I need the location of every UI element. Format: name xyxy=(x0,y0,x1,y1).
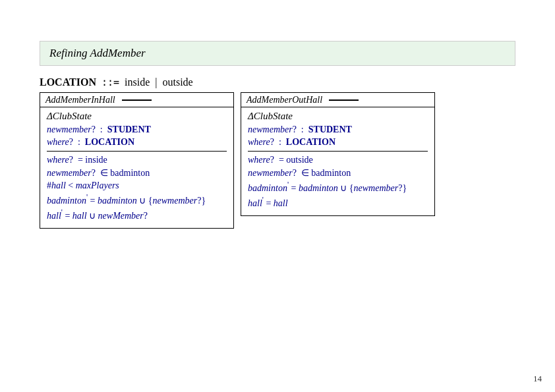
schema-right-pred-where: where? = outside xyxy=(248,155,428,165)
header-bar: Refining AddMember xyxy=(40,41,515,66)
schema-left-pred-hall-update: hall' = hall ∪ newMember? xyxy=(47,208,227,221)
schema-add-member-in-hall: AddMemberInHall ΔClubState newmember? : … xyxy=(40,92,234,229)
page-number: 14 xyxy=(533,374,542,384)
schema-left-field-where: where? : LOCATION xyxy=(47,137,227,148)
schema-right-field-where: where? : LOCATION xyxy=(248,137,428,148)
schema-left-delta: ΔClubState xyxy=(47,111,227,122)
schema-right-title: AddMemberOutHall xyxy=(241,93,434,107)
location-definition: LOCATION ::= inside | outside xyxy=(40,76,193,88)
schema-right-delta: ΔClubState xyxy=(248,111,428,122)
schema-left-pred-newmember-badminton: newmember? ∈ badminton xyxy=(47,167,227,179)
schema-left-pred-where: where? = inside xyxy=(47,155,227,165)
schema-right-field-newmember: newmember? : STUDENT xyxy=(248,125,428,135)
header-prefix: Refining xyxy=(49,47,88,59)
schema-left-pred-badminton-update: badminton' = badminton ∪ {newmember?} xyxy=(47,193,227,206)
schema-right-pred-badminton-update: badminton' = badminton ∪ {newmember?} xyxy=(248,181,428,194)
schema-left-title: AddMemberInHall xyxy=(40,93,233,107)
schema-left-field-newmember: newmember? : STUDENT xyxy=(47,125,227,135)
schema-right-pred-newmember-badminton: newmember? ∈ badminton xyxy=(248,167,428,179)
header-title: AddMember xyxy=(90,47,146,59)
schema-add-member-out-hall: AddMemberOutHall ΔClubState newmember? :… xyxy=(241,92,435,216)
schema-right-pred-hall-update: hall' = hall xyxy=(248,196,428,209)
location-text: LOCATION ::= inside | outside xyxy=(40,76,193,88)
schema-left-pred-hall-size: #hall < maxPlayers xyxy=(47,181,227,191)
